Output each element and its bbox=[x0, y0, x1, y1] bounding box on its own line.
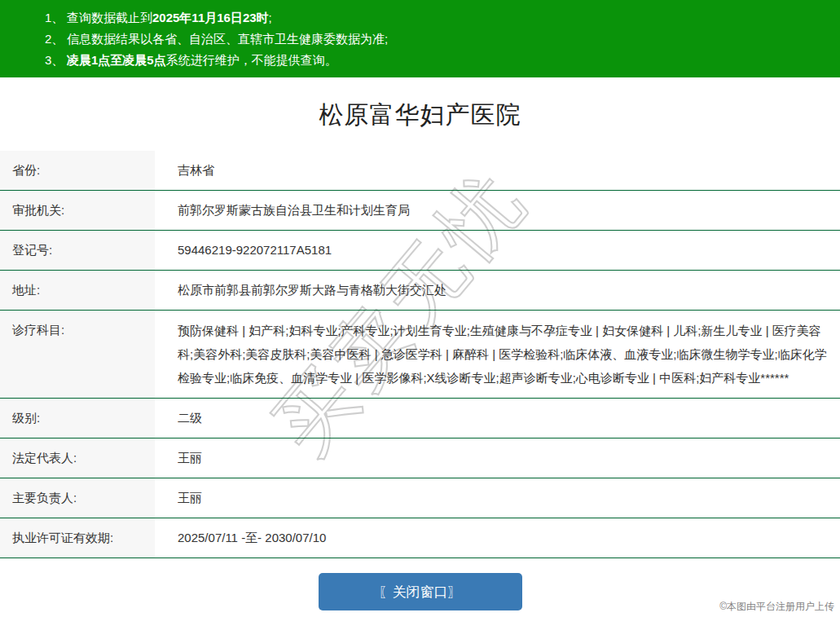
notice-segment: 信息数据结果以各省、自治区、直辖市卫生健康委数据为准; bbox=[67, 32, 388, 46]
notice-text: 信息数据结果以各省、自治区、直辖市卫生健康委数据为准; bbox=[67, 32, 388, 46]
notice-number: 3、 bbox=[45, 50, 67, 71]
notice-line: 3、凌晨1点至凌晨5点系统进行维护，不能提供查询。 bbox=[45, 50, 824, 71]
field-value: 2025/07/11 -至- 2030/07/10 bbox=[155, 518, 840, 558]
button-row: 〖关闭窗口〗 bbox=[0, 573, 840, 610]
table-row: 省份: 吉林省 bbox=[0, 151, 840, 191]
close-window-button[interactable]: 〖关闭窗口〗 bbox=[319, 573, 522, 610]
table-row: 审批机关: 前郭尔罗斯蒙古族自治县卫生和计划生育局 bbox=[0, 191, 840, 231]
notice-segment: 查询数据截止到 bbox=[67, 11, 152, 24]
notice-segment: 系统进行维护，不能提供查询。 bbox=[166, 53, 337, 67]
notice-number: 1、 bbox=[45, 7, 67, 29]
field-value: 二级 bbox=[155, 399, 840, 438]
query-result-page: 1、查询数据截止到2025年11月16日23时; 2、信息数据结果以各省、自治区… bbox=[0, 0, 840, 617]
notice-text: 查询数据截止到2025年11月16日23时; bbox=[67, 11, 272, 24]
field-label: 法定代表人: bbox=[0, 439, 155, 478]
notice-line: 1、查询数据截止到2025年11月16日23时; bbox=[45, 7, 824, 29]
field-value: 59446219-922072117A5181 bbox=[155, 231, 840, 270]
field-label: 诊疗科目: bbox=[0, 311, 155, 398]
field-label: 主要负责人: bbox=[0, 478, 155, 518]
field-value: 预防保健科 | 妇产科;妇科专业;产科专业;计划生育专业;生殖健康与不孕症专业 … bbox=[155, 311, 840, 398]
notice-number: 2、 bbox=[45, 29, 67, 50]
table-row: 执业许可证有效期: 2025/07/11 -至- 2030/07/10 bbox=[0, 518, 840, 558]
field-label: 地址: bbox=[0, 271, 155, 310]
table-row: 级别: 二级 bbox=[0, 399, 840, 439]
notice-bar: 1、查询数据截止到2025年11月16日23时; 2、信息数据结果以各省、自治区… bbox=[0, 0, 840, 77]
field-label: 级别: bbox=[0, 399, 155, 438]
table-row: 主要负责人: 王丽 bbox=[0, 478, 840, 518]
field-label: 审批机关: bbox=[0, 191, 155, 230]
field-value: 王丽 bbox=[155, 478, 840, 518]
field-value: 前郭尔罗斯蒙古族自治县卫生和计划生育局 bbox=[155, 191, 840, 230]
field-value: 王丽 bbox=[155, 439, 840, 478]
field-label: 登记号: bbox=[0, 231, 155, 270]
field-value: 吉林省 bbox=[155, 151, 840, 190]
notice-segment: ; bbox=[269, 11, 272, 24]
page-title: 松原富华妇产医院 bbox=[0, 99, 840, 132]
field-value: 松原市前郭县前郭尔罗斯大路与青格勒大街交汇处 bbox=[155, 271, 840, 310]
table-row: 地址: 松原市前郭县前郭尔罗斯大路与青格勒大街交汇处 bbox=[0, 271, 840, 311]
footer-credit: ©本图由平台注册用户上传 bbox=[719, 600, 834, 614]
table-row: 法定代表人: 王丽 bbox=[0, 439, 840, 478]
table-row: 诊疗科目: 预防保健科 | 妇产科;妇科专业;产科专业;计划生育专业;生殖健康与… bbox=[0, 311, 840, 399]
notice-segment-bold: 凌晨1点至凌晨5点 bbox=[67, 53, 166, 67]
notice-line: 2、信息数据结果以各省、自治区、直辖市卫生健康委数据为准; bbox=[45, 29, 824, 50]
field-label: 省份: bbox=[0, 151, 155, 190]
notice-text: 凌晨1点至凌晨5点系统进行维护，不能提供查询。 bbox=[67, 53, 337, 67]
notice-segment-bold: 2025年11月16日23时 bbox=[152, 11, 269, 24]
field-label: 执业许可证有效期: bbox=[0, 518, 155, 558]
table-row: 登记号: 59446219-922072117A5181 bbox=[0, 231, 840, 271]
info-table: 省份: 吉林省 审批机关: 前郭尔罗斯蒙古族自治县卫生和计划生育局 登记号: 5… bbox=[0, 151, 840, 558]
